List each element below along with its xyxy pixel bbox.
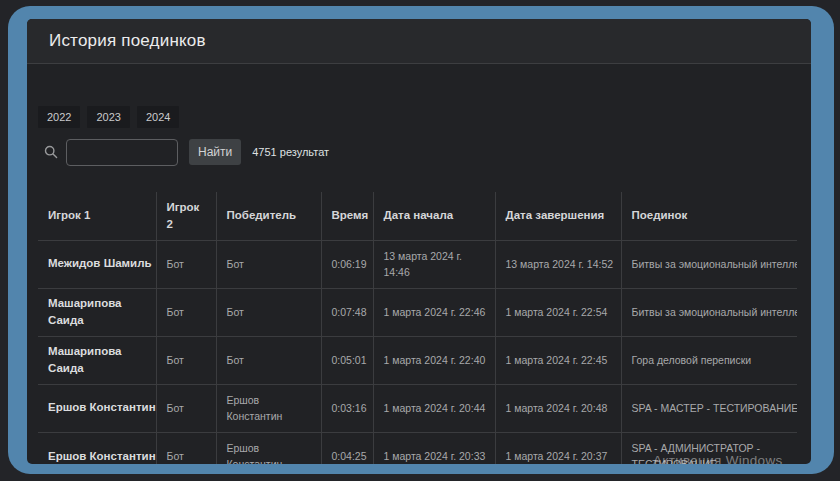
match-history-panel: История поединков 2022 2023 2024 Найти 4… xyxy=(27,19,811,464)
cell-player1: Машарипова Саида xyxy=(38,288,156,336)
cell-player2: Бот xyxy=(156,336,216,384)
cell-winner: Бот xyxy=(216,240,321,288)
cell-winner: Ершов Константин xyxy=(216,432,321,464)
table-row: Машарипова Саида Бот Бот 0:07:48 1 марта… xyxy=(38,288,797,336)
column-header-time: Время xyxy=(321,192,373,240)
cell-player2: Бот xyxy=(156,240,216,288)
cell-end-date: 1 марта 2024 г. 22:54 xyxy=(495,288,621,336)
cell-player2: Бот xyxy=(156,432,216,464)
cell-winner: Ершов Константин xyxy=(216,384,321,432)
table-header-row: Игрок 1 Игрок 2 Победитель Время Дата на… xyxy=(38,192,797,240)
cell-player2: Бот xyxy=(156,288,216,336)
cell-time: 0:05:01 xyxy=(321,336,373,384)
cell-end-date: 1 марта 2024 г. 20:48 xyxy=(495,384,621,432)
cell-player1: Ершов Константин xyxy=(38,384,156,432)
cell-duel: Битвы за эмоциональный интеллект xyxy=(621,240,797,288)
match-history-table: Игрок 1 Игрок 2 Победитель Время Дата на… xyxy=(38,192,797,464)
cell-player1: Межидов Шамиль xyxy=(38,240,156,288)
cell-time: 0:06:19 xyxy=(321,240,373,288)
table-row: Ершов Константин Бот Ершов Константин 0:… xyxy=(38,384,797,432)
table-row: Межидов Шамиль Бот Бот 0:06:19 13 марта … xyxy=(38,240,797,288)
title-bar: История поединков xyxy=(27,19,811,64)
cell-duel: Битвы за эмоциональный интеллект xyxy=(621,288,797,336)
tab-2024[interactable]: 2024 xyxy=(137,106,179,128)
blue-frame: История поединков 2022 2023 2024 Найти 4… xyxy=(8,6,834,474)
cell-duel: SPA - МАСТЕР - ТЕСТИРОВАНИЕ xyxy=(621,384,797,432)
cell-winner: Бот xyxy=(216,288,321,336)
column-header-end-date: Дата завершения xyxy=(495,192,621,240)
table-row: Машарипова Саида Бот Бот 0:05:01 1 марта… xyxy=(38,336,797,384)
cell-start-date: 1 марта 2024 г. 20:44 xyxy=(373,384,495,432)
cell-end-date: 13 марта 2024 г. 14:52 xyxy=(495,240,621,288)
tab-2022[interactable]: 2022 xyxy=(38,106,80,128)
cell-end-date: 1 марта 2024 г. 20:37 xyxy=(495,432,621,464)
cell-time: 0:07:48 xyxy=(321,288,373,336)
cell-winner: Бот xyxy=(216,336,321,384)
cell-start-date: 1 марта 2024 г. 20:33 xyxy=(373,432,495,464)
cell-duel: SPA - АДМИНИСТРАТОР - ТЕСТИРОВАНИЕ xyxy=(621,432,797,464)
cell-end-date: 1 марта 2024 г. 22:45 xyxy=(495,336,621,384)
cell-duel: Гора деловой переписки xyxy=(621,336,797,384)
search-row: Найти 4751 результат xyxy=(44,138,811,166)
column-header-start-date: Дата начала xyxy=(373,192,495,240)
year-tabs: 2022 2023 2024 xyxy=(38,106,811,128)
table-row: Ершов Константин Бот Ершов Константин 0:… xyxy=(38,432,797,464)
tab-2023[interactable]: 2023 xyxy=(87,106,129,128)
search-input[interactable] xyxy=(66,139,178,166)
cell-player1: Машарипова Саида xyxy=(38,336,156,384)
column-header-winner: Победитель xyxy=(216,192,321,240)
cell-time: 0:03:16 xyxy=(321,384,373,432)
cell-player1: Ершов Константин xyxy=(38,432,156,464)
cell-start-date: 1 марта 2024 г. 22:40 xyxy=(373,336,495,384)
results-count: 4751 результат xyxy=(252,146,329,158)
search-button[interactable]: Найти xyxy=(189,139,241,165)
column-header-player1: Игрок 1 xyxy=(38,192,156,240)
column-header-duel: Поединок xyxy=(621,192,797,240)
page-title: История поединков xyxy=(49,31,206,51)
cell-start-date: 1 марта 2024 г. 22:46 xyxy=(373,288,495,336)
column-header-player2: Игрок 2 xyxy=(156,192,216,240)
search-icon xyxy=(44,145,58,159)
cell-start-date: 13 марта 2024 г. 14:46 xyxy=(373,240,495,288)
cell-player2: Бот xyxy=(156,384,216,432)
cell-time: 0:04:25 xyxy=(321,432,373,464)
